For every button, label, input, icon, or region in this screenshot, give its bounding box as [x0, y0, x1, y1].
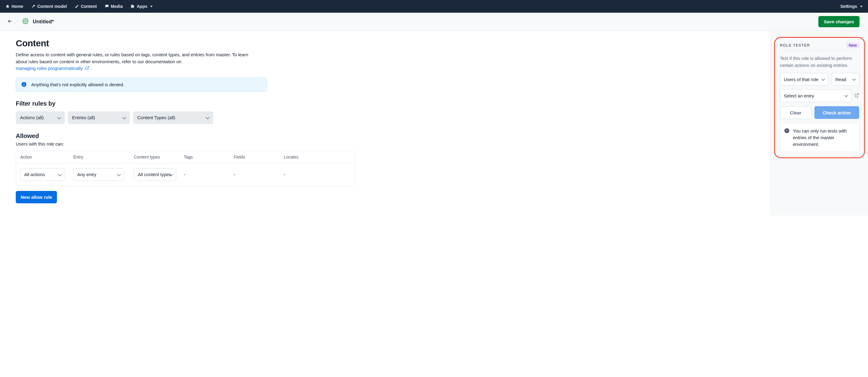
- nav-media[interactable]: Media: [105, 4, 123, 9]
- nav-media-label: Media: [111, 4, 123, 9]
- col-fields: Fields: [234, 155, 284, 160]
- users-of-role-select[interactable]: Users of that role: [780, 73, 828, 85]
- role-tester-row-entry: Select an entry: [780, 89, 859, 102]
- allowed-subtitle: Users with this role can:: [16, 141, 757, 146]
- role-tester-note: i You can only run tests with entries of…: [780, 123, 859, 152]
- filter-row: Actions (all) Entries (all) Content Type…: [16, 111, 757, 124]
- role-tester-row-1: Users of that role Read: [780, 73, 859, 85]
- action-select[interactable]: Read: [831, 73, 859, 85]
- check-action-button[interactable]: Check action: [814, 106, 859, 119]
- filter-ctypes-label: Content Types (all): [137, 115, 175, 120]
- col-entry: Entry: [73, 155, 134, 160]
- col-action: Action: [20, 155, 73, 160]
- info-banner-text: Anything that's not explicitly allowed i…: [31, 82, 124, 87]
- wrench-icon: [31, 4, 35, 8]
- nav-content[interactable]: Content: [75, 4, 97, 9]
- row-locales: -: [284, 172, 334, 177]
- filter-actions-label: Actions (all): [20, 115, 43, 120]
- back-button[interactable]: [7, 19, 13, 25]
- page-title: Content: [16, 38, 757, 48]
- row-tags: -: [184, 172, 234, 177]
- nav-apps[interactable]: Apps: [130, 4, 153, 9]
- svg-point-0: [25, 21, 26, 22]
- new-allow-rule-button[interactable]: New allow rule: [16, 191, 57, 203]
- nav-content-model-label: Content model: [37, 4, 67, 9]
- image-icon: [105, 4, 109, 8]
- doc-link[interactable]: managing roles programmatically: [16, 66, 89, 71]
- nav-content-label: Content: [81, 4, 97, 9]
- info-banner: i Anything that's not explicitly allowed…: [16, 77, 267, 92]
- allowed-title: Allowed: [16, 133, 757, 139]
- role-tester-panel: Role Tester New Test if this role is all…: [774, 37, 865, 158]
- doc-link-text: managing roles programmatically: [16, 66, 83, 71]
- role-tester-header: Role Tester New: [780, 43, 859, 51]
- rules-table: Action Entry Content types Tags Fields L…: [16, 151, 355, 186]
- table-row: All actions Any entry All content types …: [16, 163, 355, 186]
- breadcrumb-title: Untitled*: [33, 19, 54, 25]
- filter-actions-select[interactable]: Actions (all): [16, 111, 65, 124]
- users-of-role-label: Users of that role: [784, 77, 818, 82]
- open-entry-button[interactable]: [855, 93, 859, 99]
- arrow-left-icon: [7, 19, 13, 24]
- home-icon: [5, 4, 10, 8]
- row-ctypes-label: All content types: [138, 172, 171, 177]
- role-tester-description: Test if this role is allowed to perform …: [780, 55, 859, 69]
- info-icon: i: [784, 128, 789, 133]
- sidebar: Role Tester New Test if this role is all…: [771, 31, 868, 215]
- top-navigation: Home Content model Content Media Apps Se…: [0, 0, 868, 13]
- row-fields: -: [234, 172, 284, 177]
- role-tester-title: Role Tester: [780, 43, 810, 47]
- external-link-icon: [85, 66, 89, 70]
- page-desc-line1: Define access to content with general ru…: [16, 52, 248, 57]
- filter-entries-label: Entries (all): [72, 115, 95, 120]
- new-badge: New: [846, 43, 859, 48]
- row-action-label: All actions: [24, 172, 45, 177]
- nav-content-model[interactable]: Content model: [31, 4, 67, 9]
- puzzle-icon: [130, 4, 135, 8]
- action-select-label: Read: [835, 77, 846, 82]
- row-entry-label: Any entry: [77, 172, 96, 177]
- row-ctypes-select[interactable]: All content types: [134, 168, 176, 181]
- row-action-select[interactable]: All actions: [20, 168, 65, 181]
- gear-icon: [23, 18, 28, 24]
- role-gear-icon: [23, 18, 28, 25]
- pen-icon: [75, 4, 79, 8]
- clear-button[interactable]: Clear: [780, 106, 811, 119]
- role-tester-note-text: You can only run tests with entries of t…: [793, 128, 855, 147]
- col-ctypes: Content types: [134, 155, 184, 160]
- filter-ctypes-select[interactable]: Content Types (all): [133, 111, 213, 124]
- filter-title: Filter rules by: [16, 100, 757, 107]
- rules-header-row: Action Entry Content types Tags Fields L…: [16, 151, 355, 163]
- filter-entries-select[interactable]: Entries (all): [68, 111, 130, 124]
- row-entry-select[interactable]: Any entry: [73, 168, 124, 181]
- nav-apps-label: Apps: [136, 4, 147, 9]
- col-locales: Locales: [284, 155, 334, 160]
- top-nav-left: Home Content model Content Media Apps: [5, 4, 153, 9]
- main-content: Content Define access to content with ge…: [0, 31, 771, 215]
- info-icon: i: [22, 82, 26, 87]
- nav-settings-label: Settings: [840, 4, 857, 9]
- breadcrumb-separator: /: [17, 20, 18, 24]
- chevron-down-icon: [860, 6, 863, 7]
- subheader: / Untitled* Save changes: [0, 13, 868, 31]
- chevron-down-icon: [150, 6, 153, 7]
- save-changes-button[interactable]: Save changes: [818, 16, 860, 27]
- nav-settings[interactable]: Settings: [840, 4, 863, 9]
- nav-home[interactable]: Home: [5, 4, 23, 9]
- entry-select-label: Select an entry: [784, 93, 814, 98]
- col-tags: Tags: [184, 155, 234, 160]
- nav-home-label: Home: [11, 4, 23, 9]
- entry-select[interactable]: Select an entry: [780, 89, 851, 102]
- page-description: Define access to content with general ru…: [16, 52, 264, 72]
- page-desc-line2: about rules based on content in other en…: [16, 59, 181, 64]
- external-link-icon: [855, 93, 859, 98]
- role-tester-buttons: Clear Check action: [780, 106, 859, 119]
